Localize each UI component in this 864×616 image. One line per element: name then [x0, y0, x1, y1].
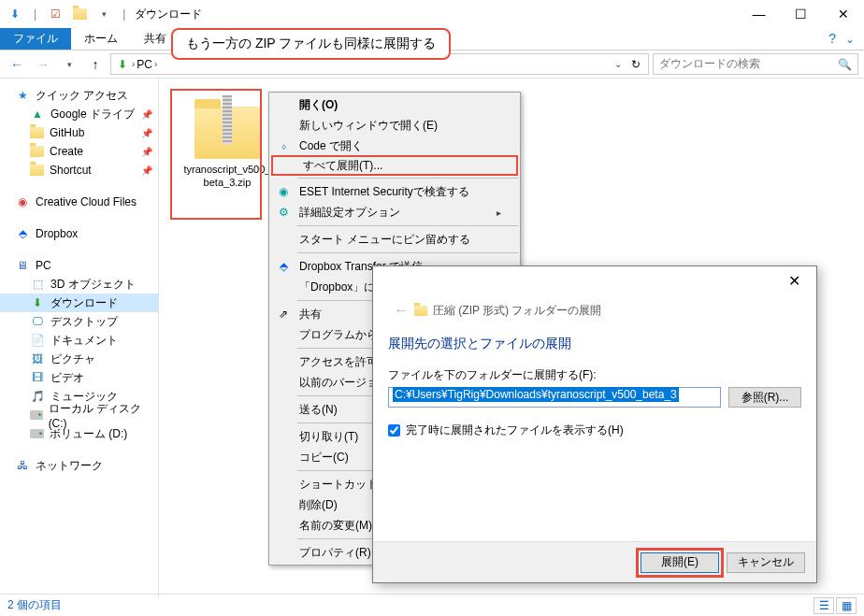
pin-icon: 📌 — [141, 109, 152, 120]
gdrive-icon: ▲ — [30, 107, 45, 122]
ctx-advanced-options[interactable]: ⚙詳細設定オプション▸ — [269, 202, 520, 222]
ctx-separator — [297, 225, 518, 226]
submenu-arrow-icon: ▸ — [497, 208, 501, 218]
dialog-titlebar[interactable]: ✕ — [373, 266, 816, 294]
sidebar-videos[interactable]: 🎞ビデオ — [0, 368, 158, 387]
folder-icon — [30, 127, 44, 138]
view-details-button[interactable]: ☰ — [814, 597, 834, 614]
drive-icon — [30, 410, 43, 420]
ctx-separator — [297, 178, 518, 179]
help-icon[interactable]: ? — [828, 31, 836, 46]
creative-cloud-icon: ◉ — [15, 194, 30, 209]
sidebar-dropbox[interactable]: ⬘Dropbox — [0, 224, 158, 243]
view-thumbnails-button[interactable]: ▦ — [836, 597, 857, 614]
annotation-file-highlight — [170, 89, 262, 220]
dialog-extract-button[interactable]: 展開(E) — [641, 552, 719, 573]
sidebar-pc[interactable]: 🖥PC — [0, 256, 158, 275]
search-input[interactable]: ダウンロードの検索 🔍 — [653, 53, 858, 75]
sidebar-pictures[interactable]: 🖼ピクチャ — [0, 350, 158, 368]
titlebar: ⬇ | ☑ ▾ | ダウンロード — ☐ ✕ — [0, 0, 864, 28]
dialog-show-files-label: 完了時に展開されたファイルを表示する(H) — [406, 423, 624, 438]
search-placeholder: ダウンロードの検索 — [659, 56, 760, 72]
nav-up-button[interactable]: ↑ — [84, 53, 107, 76]
star-icon: ★ — [15, 88, 30, 103]
tab-home[interactable]: ホーム — [71, 28, 131, 50]
maximize-button[interactable]: ☐ — [780, 0, 822, 28]
nav-back-button[interactable]: ← — [6, 53, 28, 76]
qat-dropdown-icon[interactable]: ▾ — [94, 5, 113, 23]
dialog-path-label: ファイルを下のフォルダーに展開する(F): — [388, 367, 801, 383]
music-icon: 🎵 — [30, 389, 45, 404]
vscode-icon: ⬨ — [275, 137, 292, 154]
ctx-open[interactable]: 開く(O) — [269, 94, 520, 115]
sidebar-3d-objects[interactable]: ⬚3D オブジェクト — [0, 275, 158, 294]
refresh-icon[interactable]: ↻ — [627, 58, 644, 71]
ctx-open-new-window[interactable]: 新しいウィンドウで開く(E) — [269, 115, 520, 136]
sidebar-desktop[interactable]: 🖵デスクトップ — [0, 312, 158, 331]
extract-dialog: ✕ ← 圧縮 (ZIP 形式) フォルダーの展開 展開先の選択とファイルの展開 … — [372, 265, 817, 583]
ctx-pin-start[interactable]: スタート メニューにピン留めする — [269, 229, 520, 250]
network-icon: 🖧 — [15, 458, 30, 473]
cube-icon: ⬚ — [30, 277, 45, 292]
ribbon-expand-icon[interactable]: ⌄ — [836, 33, 864, 46]
pictures-icon: 🖼 — [30, 351, 45, 366]
eset-icon: ◉ — [275, 183, 292, 200]
sidebar-google-drive[interactable]: ▲Google ドライブ📌 — [0, 105, 158, 123]
zip-folder-icon — [414, 306, 427, 316]
dialog-back-icon: ← — [394, 302, 409, 319]
dialog-cancel-button[interactable]: キャンセル — [727, 552, 805, 573]
sidebar-local-disk-c[interactable]: ローカル ディスク (C:) — [0, 406, 158, 424]
close-button[interactable]: ✕ — [822, 0, 864, 28]
search-icon: 🔍 — [838, 58, 852, 71]
breadcrumb-dropdown-icon[interactable]: ⌄ — [611, 59, 626, 69]
statusbar: 2 個の項目 ☰ ▦ — [0, 594, 864, 616]
download-icon: ⬇ — [30, 295, 45, 310]
sidebar: ★クイック アクセス ▲Google ドライブ📌 GitHub📌 Create📌… — [0, 79, 159, 597]
dialog-footer: 展開(E) キャンセル — [373, 541, 816, 582]
sidebar-shortcut[interactable]: Shortcut📌 — [0, 161, 158, 179]
tab-file[interactable]: ファイル — [0, 28, 71, 50]
qat-separator: | — [34, 7, 36, 21]
ctx-extract-all[interactable]: すべて展開(T)... — [271, 155, 518, 176]
breadcrumb-location-icon: ⬇ — [115, 57, 130, 72]
dropbox-icon: ⬘ — [275, 258, 292, 275]
nav-history-dropdown[interactable]: ▾ — [58, 53, 80, 76]
share-icon: ⇗ — [275, 306, 292, 322]
qat-checkbox-icon[interactable]: ☑ — [46, 5, 65, 23]
minimize-button[interactable]: — — [738, 0, 780, 28]
desktop-icon: 🖵 — [30, 314, 45, 329]
dialog-heading: 展開先の選択とファイルの展開 — [388, 336, 801, 352]
nav-forward-button[interactable]: → — [32, 53, 54, 76]
status-item-count: 2 個の項目 — [7, 597, 62, 613]
pin-icon: 📌 — [141, 147, 152, 157]
qat-separator-2: | — [122, 7, 125, 21]
qat-folder-icon[interactable] — [70, 5, 89, 23]
sidebar-downloads[interactable]: ⬇ダウンロード — [0, 294, 158, 312]
dialog-close-button[interactable]: ✕ — [775, 272, 813, 290]
sidebar-creative-cloud[interactable]: ◉Creative Cloud Files — [0, 193, 158, 211]
breadcrumb-pc[interactable]: PC — [137, 58, 152, 71]
gear-icon: ⚙ — [275, 204, 292, 221]
ctx-open-with-code[interactable]: ⬨Code で開く — [269, 136, 520, 156]
annotation-callout: もう一方の ZIP ファイルも同様に展開する — [171, 28, 451, 60]
dialog-title: 圧縮 (ZIP 形式) フォルダーの展開 — [433, 303, 601, 319]
videos-icon: 🎞 — [30, 370, 45, 385]
sidebar-github[interactable]: GitHub📌 — [0, 123, 158, 142]
breadcrumb-arrow-icon: › — [132, 59, 135, 69]
pin-icon: 📌 — [141, 165, 152, 176]
folder-icon — [30, 146, 44, 157]
folder-icon — [30, 165, 44, 176]
sidebar-documents[interactable]: 📄ドキュメント — [0, 331, 158, 350]
drive-icon — [30, 429, 44, 438]
sidebar-create[interactable]: Create📌 — [0, 142, 158, 161]
dialog-browse-button[interactable]: 参照(R)... — [728, 387, 801, 408]
sidebar-quick-access[interactable]: ★クイック アクセス — [0, 86, 158, 105]
ctx-separator — [297, 252, 518, 253]
dialog-path-input[interactable]: C:¥Users¥TigRig¥Downloads¥tyranoscript_v… — [388, 387, 721, 408]
pc-icon: 🖥 — [15, 258, 30, 273]
dialog-show-files-checkbox[interactable] — [388, 424, 400, 437]
qat-down-arrow-icon[interactable]: ⬇ — [6, 5, 24, 23]
sidebar-network[interactable]: 🖧ネットワーク — [0, 456, 158, 475]
ctx-eset-scan[interactable]: ◉ESET Internet Securityで検査する — [269, 181, 520, 202]
window-title: ダウンロード — [135, 7, 202, 22]
